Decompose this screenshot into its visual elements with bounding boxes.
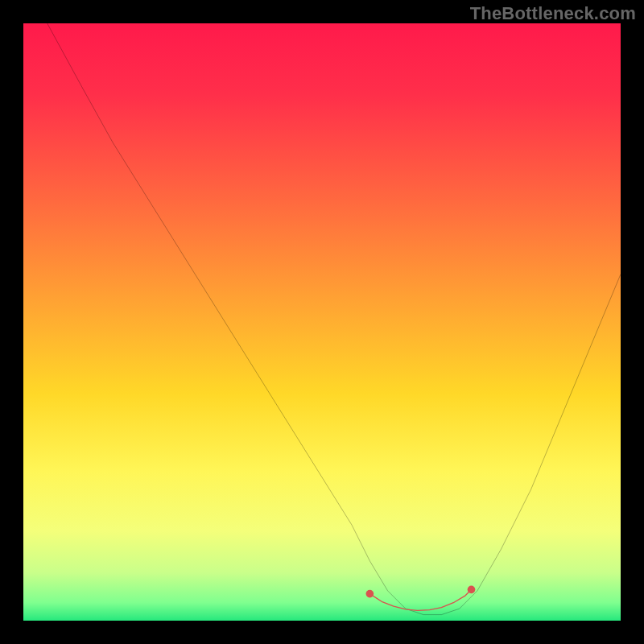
chart-container: TheBottleneck.com: [0, 0, 644, 644]
optimal-range-marker: [369, 589, 471, 610]
curve-layer: [23, 23, 621, 621]
watermark-label: TheBottleneck.com: [470, 3, 636, 24]
optimal-range-end-dot: [468, 586, 476, 594]
plot-area: [23, 23, 621, 621]
optimal-range-start-dot: [366, 590, 374, 598]
bottleneck-curve: [47, 23, 621, 615]
